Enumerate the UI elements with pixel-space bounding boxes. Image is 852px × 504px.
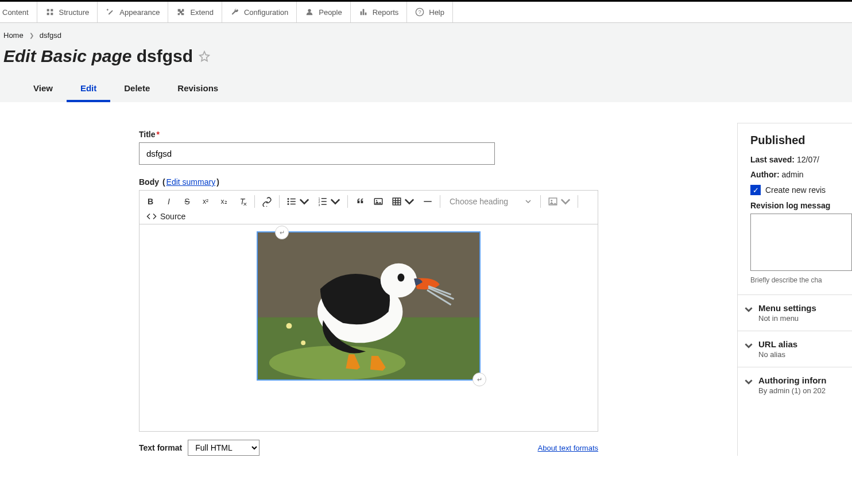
tab-revisions[interactable]: Revisions: [164, 76, 232, 102]
toolbar-label: People: [319, 8, 342, 17]
remove-format-button[interactable]: T✕: [234, 193, 251, 210]
people-icon: [305, 7, 314, 17]
toolbar-label: Structure: [59, 8, 90, 17]
toolbar-label: Help: [429, 8, 444, 17]
svg-point-2: [288, 198, 289, 200]
media-button[interactable]: [370, 193, 387, 210]
toolbar-reports[interactable]: Reports: [351, 2, 408, 22]
create-revision-label: Create new revis: [765, 185, 826, 195]
svg-rect-3: [291, 199, 296, 200]
editor-toolbar: B I S x² x₂ T✕ 123: [140, 191, 598, 224]
page-header: Home ❯ dsfgsd Edit Basic page dsfgsd Vie…: [0, 23, 852, 102]
accordion-url-alias[interactable]: URL alias No alias: [738, 331, 852, 367]
hr-button[interactable]: [419, 193, 436, 210]
body-label: Body (Edit summary): [139, 177, 598, 187]
svg-point-4: [288, 201, 289, 203]
star-icon[interactable]: [199, 51, 210, 62]
chevron-down-icon: [745, 342, 753, 351]
breadcrumb-current: dsfgsd: [40, 31, 61, 40]
create-revision-checkbox[interactable]: ✓: [750, 185, 761, 195]
chevron-right-icon: ❯: [29, 32, 34, 38]
revision-log-label: Revision log messag: [750, 201, 852, 210]
heading-dropdown[interactable]: Choose heading: [444, 197, 537, 206]
accordion-authoring-info[interactable]: Authoring inforn By admin (1) on 202: [738, 367, 852, 403]
toolbar-label: Extend: [190, 8, 213, 17]
strike-button[interactable]: S: [179, 193, 196, 210]
svg-text:?: ?: [419, 9, 421, 15]
editor-content[interactable]: ↵: [140, 224, 598, 431]
title-label: Title*: [139, 130, 598, 139]
toolbar-label: Appearance: [119, 8, 160, 17]
svg-rect-11: [322, 201, 327, 202]
svg-point-15: [376, 200, 377, 201]
link-button[interactable]: [258, 193, 276, 210]
text-format-select[interactable]: Full HTML: [188, 440, 260, 456]
wrench-icon: [230, 7, 239, 17]
source-button[interactable]: Source: [142, 211, 190, 222]
author: Author: admin: [750, 170, 852, 179]
toolbar-label: Content: [2, 8, 29, 17]
last-saved: Last saved: 12/07/: [750, 155, 852, 164]
svg-rect-7: [291, 204, 296, 205]
toolbar-help[interactable]: ? Help: [407, 2, 453, 22]
toolbar-label: Reports: [373, 8, 399, 17]
breadcrumb: Home ❯ dsfgsd: [3, 31, 849, 40]
page-title: Edit Basic page dsfgsd: [3, 46, 849, 66]
revision-log-textarea[interactable]: [750, 214, 852, 271]
revision-help-text: Briefly describe the cha: [750, 276, 852, 284]
text-format-label: Text format: [139, 443, 182, 452]
chart-icon: [359, 7, 368, 17]
subscript-button[interactable]: x₂: [215, 193, 233, 210]
tab-view[interactable]: View: [20, 76, 67, 102]
toolbar-appearance[interactable]: Appearance: [98, 2, 168, 22]
svg-point-23: [551, 200, 552, 201]
about-text-formats-link[interactable]: About text formats: [538, 444, 599, 452]
svg-point-26: [269, 346, 406, 379]
breadcrumb-home[interactable]: Home: [3, 31, 24, 40]
toolbar-structure[interactable]: Structure: [37, 2, 98, 22]
title-input[interactable]: [139, 142, 495, 165]
svg-rect-9: [322, 198, 327, 199]
drag-handle-icon[interactable]: ↵: [473, 373, 486, 386]
toolbar-extend[interactable]: Extend: [168, 2, 222, 22]
svg-point-31: [301, 340, 305, 345]
help-icon: ?: [415, 7, 424, 17]
svg-text:3: 3: [319, 203, 320, 207]
svg-point-29: [397, 274, 404, 282]
accordion-menu-settings[interactable]: Menu settings Not in menu: [738, 294, 852, 331]
svg-rect-5: [291, 201, 296, 202]
published-status: Published: [750, 134, 852, 147]
drag-handle-icon[interactable]: ↵: [275, 226, 289, 239]
toolbar-label: Configuration: [244, 8, 288, 17]
svg-rect-21: [424, 201, 432, 202]
insert-image-button[interactable]: [544, 193, 574, 210]
edit-summary-link[interactable]: Edit summary: [166, 177, 216, 187]
chevron-down-icon: [745, 305, 753, 315]
superscript-button[interactable]: x²: [197, 193, 214, 210]
svg-point-6: [288, 203, 289, 205]
embedded-image[interactable]: ↵: [257, 231, 481, 381]
svg-point-30: [286, 323, 292, 329]
body-editor: B I S x² x₂ T✕ 123: [139, 190, 598, 432]
numbered-list-button[interactable]: 123: [314, 193, 344, 210]
wand-icon: [106, 7, 115, 17]
svg-rect-16: [393, 198, 401, 205]
italic-button[interactable]: I: [160, 193, 177, 210]
blockquote-button[interactable]: [351, 193, 369, 210]
structure-icon: [45, 7, 55, 17]
puzzle-icon: [176, 7, 185, 17]
chevron-down-icon: [745, 378, 753, 387]
tabs: View Edit Delete Revisions: [3, 76, 849, 102]
tab-edit[interactable]: Edit: [67, 76, 110, 102]
admin-toolbar: Content Structure Appearance Extend Conf…: [0, 2, 852, 23]
table-button[interactable]: [388, 193, 418, 210]
bullet-list-button[interactable]: [283, 193, 313, 210]
tab-delete[interactable]: Delete: [110, 76, 164, 102]
toolbar-people[interactable]: People: [297, 2, 350, 22]
svg-rect-13: [322, 204, 327, 206]
sidebar: Published Last saved: 12/07/ Author: adm…: [737, 123, 852, 456]
bold-button[interactable]: B: [142, 193, 159, 210]
toolbar-configuration[interactable]: Configuration: [222, 2, 297, 22]
toolbar-content[interactable]: Content: [0, 2, 37, 22]
